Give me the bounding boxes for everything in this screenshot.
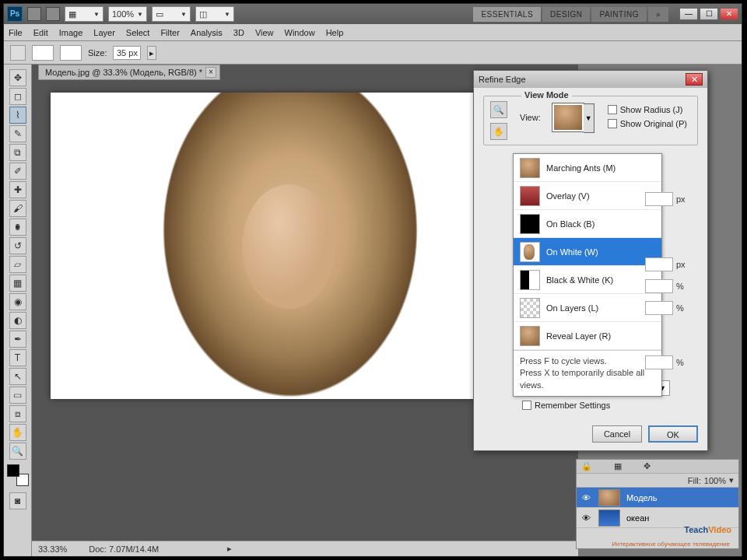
menu-filter[interactable]: Filter xyxy=(160,28,179,37)
launch-bridge-icon[interactable] xyxy=(27,7,41,21)
close-tab-icon[interactable]: × xyxy=(205,67,216,78)
hand-tool[interactable]: ✋ xyxy=(9,424,26,441)
brush-tool[interactable]: 🖌 xyxy=(9,200,26,217)
quick-select-tool[interactable]: ✎ xyxy=(9,125,26,142)
zoom-tool[interactable]: 🔍 xyxy=(9,443,26,460)
remember-settings-checkbox[interactable]: Remember Settings xyxy=(522,401,698,410)
hand-tool-icon[interactable]: ✋ xyxy=(490,123,507,140)
feather-field[interactable] xyxy=(645,279,673,293)
screen-mode-select[interactable]: ▦▼ xyxy=(65,6,103,22)
canvas[interactable] xyxy=(51,93,530,399)
layer-row-0[interactable]: 👁 Модель xyxy=(577,488,738,508)
blur-tool[interactable]: ◉ xyxy=(9,293,26,310)
fill-value[interactable]: 100% xyxy=(704,476,726,485)
watermark: TeachVideo xyxy=(684,519,731,537)
mode-black-white[interactable]: Black & White (K) xyxy=(514,266,661,294)
close-button[interactable]: ✕ xyxy=(720,8,738,20)
brush-size-field[interactable]: 35 px xyxy=(113,46,141,60)
mode-marching-ants[interactable]: Marching Ants (M) xyxy=(514,154,661,182)
lock-icon[interactable]: 🔒 xyxy=(581,461,592,471)
brush-preset[interactable] xyxy=(32,45,54,61)
contrast-field[interactable] xyxy=(645,301,673,315)
window-controls: — ☐ ✕ xyxy=(679,8,738,20)
gradient-tool[interactable]: ▦ xyxy=(9,275,26,292)
mode-on-white[interactable]: On White (W) xyxy=(514,238,661,266)
mode-on-black[interactable]: On Black (B) xyxy=(514,210,661,238)
size-stepper-icon[interactable]: ▸ xyxy=(147,46,156,60)
layer-thumb xyxy=(598,489,620,506)
smooth-field[interactable] xyxy=(645,257,673,271)
menu-bar: File Edit Image Layer Select Filter Anal… xyxy=(4,24,742,41)
quick-mask-icon[interactable]: ◙ xyxy=(9,492,26,509)
eraser-tool[interactable]: ▱ xyxy=(9,256,26,273)
layers-lock-row: 🔒 ▦ ✥ xyxy=(577,460,738,474)
dialog-footer: Cancel OK xyxy=(474,422,707,450)
dialog-titlebar[interactable]: Refine Edge ✕ xyxy=(474,71,707,88)
chevron-down-icon[interactable]: ▼ xyxy=(584,103,594,133)
zoom-select[interactable]: 100%▼ xyxy=(108,6,147,22)
history-brush-tool[interactable]: ↺ xyxy=(9,237,26,254)
healing-tool[interactable]: ✚ xyxy=(9,181,26,198)
visibility-icon[interactable]: 👁 xyxy=(577,493,595,502)
lock-position-icon[interactable]: ✥ xyxy=(644,461,651,471)
mode-reveal-layer[interactable]: Reveal Layer (R) xyxy=(514,322,661,350)
view-mode-group: View Mode 🔍 ✋ View: ▼ Show Radius (J) Sh… xyxy=(483,96,698,145)
stamp-tool[interactable]: ⧯ xyxy=(9,219,26,236)
visibility-icon[interactable]: 👁 xyxy=(577,513,595,523)
mode-on-layers[interactable]: On Layers (L) xyxy=(514,294,661,322)
extras-select[interactable]: ◫▼ xyxy=(195,6,234,22)
status-zoom[interactable]: 33.33% xyxy=(38,544,67,554)
menu-layer[interactable]: Layer xyxy=(93,28,115,37)
shift-edge-field[interactable] xyxy=(645,355,673,369)
mode-overlay[interactable]: Overlay (V) xyxy=(514,182,661,210)
photo-content xyxy=(51,93,530,399)
radius-field[interactable] xyxy=(645,192,673,206)
launch-minibr-icon[interactable] xyxy=(46,7,60,21)
minimize-button[interactable]: — xyxy=(679,8,698,20)
path-select-tool[interactable]: ↖ xyxy=(9,368,26,385)
document-tab[interactable]: Модель.jpg @ 33.3% (Модель, RGB/8) * × xyxy=(38,65,220,80)
current-tool-icon[interactable] xyxy=(10,45,26,61)
dialog-close-button[interactable]: ✕ xyxy=(686,73,703,86)
dodge-tool[interactable]: ◐ xyxy=(9,312,26,329)
menu-view[interactable]: View xyxy=(255,28,274,37)
color-swatches[interactable] xyxy=(7,464,29,486)
view-mode-dropdown: Marching Ants (M) Overlay (V) On Black (… xyxy=(513,153,662,397)
marquee-tool[interactable]: ◻ xyxy=(9,88,26,105)
dropdown-hint: Press F to cycle views. Press X to tempo… xyxy=(514,350,661,396)
pen-tool[interactable]: ✒ xyxy=(9,331,26,348)
menu-help[interactable]: Help xyxy=(326,28,344,37)
brush-preset-alt[interactable] xyxy=(60,45,82,61)
lasso-tool[interactable]: ⌇ xyxy=(9,107,26,124)
workspace-more[interactable]: » xyxy=(648,7,668,22)
status-doc: Doc: 7.07M/14.4M xyxy=(89,544,159,554)
show-original-checkbox[interactable]: Show Original (P) xyxy=(608,119,687,128)
workspace-tab-design[interactable]: DESIGN xyxy=(542,7,590,22)
arrange-select[interactable]: ▭▼ xyxy=(152,6,191,22)
workspace-tab-painting[interactable]: PAINTING xyxy=(591,7,646,22)
3d-tool[interactable]: ⧈ xyxy=(9,405,26,422)
maximize-button[interactable]: ☐ xyxy=(700,8,718,20)
eyedropper-tool[interactable]: ✐ xyxy=(9,163,26,180)
menu-window[interactable]: Window xyxy=(285,28,315,37)
menu-file[interactable]: File xyxy=(9,28,23,37)
move-tool[interactable]: ✥ xyxy=(9,69,26,86)
cancel-button[interactable]: Cancel xyxy=(592,425,642,443)
ok-button[interactable]: OK xyxy=(648,425,698,443)
menu-select[interactable]: Select xyxy=(126,28,150,37)
menu-analysis[interactable]: Analysis xyxy=(191,28,223,37)
crop-tool[interactable]: ⧉ xyxy=(9,144,26,161)
menu-edit[interactable]: Edit xyxy=(33,28,48,37)
type-tool[interactable]: T xyxy=(9,349,26,366)
tools-panel: ✥ ◻ ⌇ ✎ ⧉ ✐ ✚ 🖌 ⧯ ↺ ▱ ▦ ◉ ◐ ✒ T ↖ ▭ ⧈ ✋ … xyxy=(4,65,32,556)
view-mode-select[interactable]: ▼ xyxy=(552,103,584,132)
size-label: Size: xyxy=(88,48,107,58)
zoom-tool-icon[interactable]: 🔍 xyxy=(490,101,507,118)
menu-image[interactable]: Image xyxy=(59,28,83,37)
show-radius-checkbox[interactable]: Show Radius (J) xyxy=(608,105,687,114)
workspace-tab-essentials[interactable]: ESSENTIALS xyxy=(473,7,541,22)
menu-3d[interactable]: 3D xyxy=(233,28,244,37)
lock-pixels-icon[interactable]: ▦ xyxy=(614,461,622,471)
shape-tool[interactable]: ▭ xyxy=(9,387,26,404)
status-arrow-icon[interactable]: ▸ xyxy=(227,544,232,554)
